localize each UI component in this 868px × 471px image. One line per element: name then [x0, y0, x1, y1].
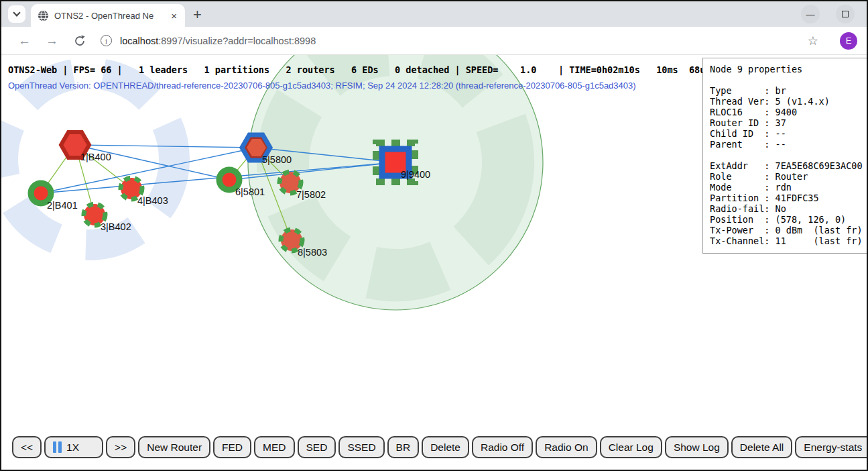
chevron-down-icon: [13, 9, 20, 16]
sed-button[interactable]: SED: [298, 436, 336, 458]
radio-on-button[interactable]: Radio On: [536, 436, 597, 458]
node-label-3: 3|B402: [101, 221, 131, 232]
node-label-7: 7|5802: [296, 189, 326, 200]
tab-search-button[interactable]: [8, 5, 25, 23]
new-router-button[interactable]: New Router: [138, 436, 210, 458]
url-text[interactable]: localhost:8997/visualize?addr=localhost:…: [120, 36, 316, 46]
tab-close-icon[interactable]: ×: [168, 10, 180, 21]
med-button[interactable]: MED: [254, 436, 294, 458]
tab-strip: OTNS2 - OpenThread Ne × + —: [1, 1, 867, 27]
node-label-5: 5|5800: [262, 154, 292, 165]
ssed-button[interactable]: SSED: [338, 436, 384, 458]
energy-stats-button[interactable]: Energy-stats ↗: [795, 436, 867, 458]
visualizer-canvas: 1|B400 2|B401 3|B402 4|B403 5|5800 6|580…: [1, 55, 867, 469]
navigation-bar: ← → i localhost:8997/visualize?addr=loca…: [1, 27, 867, 55]
minimize-button[interactable]: —: [801, 5, 820, 23]
browser-window: OTNS2 - OpenThread Ne × + — ← → i localh…: [0, 0, 868, 471]
url-path: :8997/visualize?addr=localhost:8998: [158, 36, 316, 46]
step-forward-button[interactable]: >>: [106, 436, 135, 458]
fed-button[interactable]: FED: [213, 436, 251, 458]
simulator-status-bar: OTNS2-Web | FPS= 66 | 1 leaders 1 partit…: [8, 64, 710, 75]
bookmark-star-icon[interactable]: ☆: [808, 34, 818, 48]
back-icon[interactable]: ←: [18, 34, 31, 48]
reload-icon[interactable]: [73, 34, 86, 48]
pause-icon: [53, 441, 62, 453]
address-bar[interactable]: i localhost:8997/visualize?addr=localhos…: [94, 30, 825, 52]
maximize-icon: [842, 11, 849, 17]
node-properties-text: Node 9 properties Type : br Thread Ver: …: [710, 64, 867, 246]
profile-avatar[interactable]: E: [840, 32, 857, 50]
tab-title: OTNS2 - OpenThread Ne: [54, 11, 162, 21]
node-label-6: 6|5801: [235, 187, 265, 197]
url-host: localhost: [120, 36, 158, 46]
globe-favicon-icon: [38, 10, 49, 21]
radio-off-button[interactable]: Radio Off: [472, 436, 533, 458]
show-log-button[interactable]: Show Log: [665, 436, 729, 458]
node-label-8: 8|5803: [298, 247, 327, 258]
site-info-icon[interactable]: i: [101, 35, 112, 46]
step-back-button[interactable]: <<: [12, 436, 42, 458]
speed-pause-button[interactable]: 1X: [44, 436, 103, 458]
node-label-1: 1|B400: [80, 152, 111, 162]
simulator-toolbar: << 1X >> New Router FED MED SED SSED BR …: [12, 436, 867, 458]
node-label-2: 2|B401: [47, 200, 78, 211]
node-label-9: 9|9400: [401, 169, 430, 180]
maximize-button[interactable]: [836, 5, 855, 23]
forward-icon[interactable]: →: [46, 34, 58, 48]
br-button[interactable]: BR: [387, 436, 420, 458]
openthread-version-link[interactable]: OpenThread Version: OPENTHREAD/thread-re…: [8, 81, 636, 91]
node-properties-panel: Node 9 properties Type : br Thread Ver: …: [702, 58, 867, 254]
delete-all-button[interactable]: Delete All: [731, 436, 792, 458]
delete-button[interactable]: Delete: [422, 436, 469, 458]
speed-label: 1X: [66, 441, 79, 454]
node-label-4: 4|B403: [137, 195, 168, 206]
browser-tab[interactable]: OTNS2 - OpenThread Ne ×: [31, 4, 185, 27]
clear-log-button[interactable]: Clear Log: [600, 436, 662, 458]
new-tab-button[interactable]: +: [193, 8, 202, 21]
window-controls: —: [801, 5, 855, 23]
